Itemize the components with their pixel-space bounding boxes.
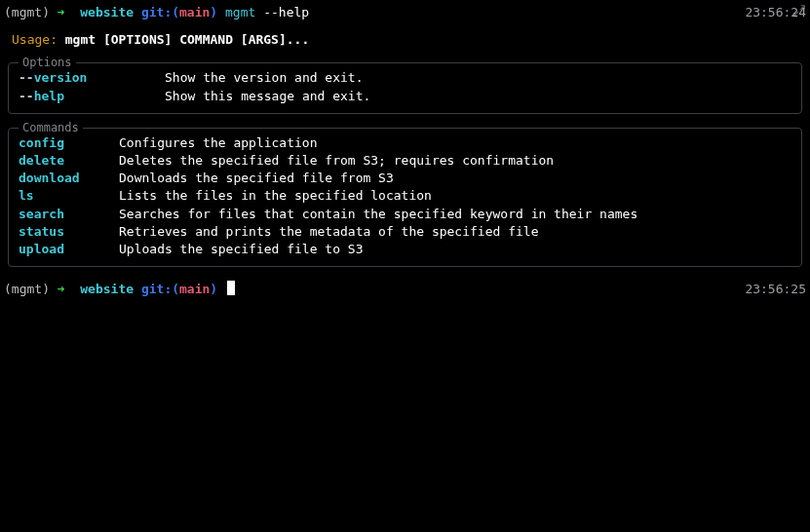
option-description: Show the version and exit. — [165, 69, 364, 87]
git-paren-open: ( — [172, 4, 179, 21]
expand-icon[interactable] — [792, 4, 806, 18]
usage-line: Usage: mgmt [OPTIONS] COMMAND [ARGS]... — [12, 31, 806, 49]
git-paren-close: ) — [210, 281, 225, 298]
option-name: version — [34, 70, 88, 85]
commands-box: Commands configConfigures the applicatio… — [8, 128, 802, 267]
command-name: delete — [19, 152, 119, 170]
option-name: help — [34, 89, 64, 103]
command-row: statusRetrieves and prints the metadata … — [19, 223, 791, 241]
command-description: Deletes the specified file from S3; requ… — [119, 152, 554, 170]
command-row: uploadUploads the specified file to S3 — [19, 241, 791, 258]
command-description: Configures the application — [119, 134, 318, 152]
command-name: ls — [19, 187, 119, 205]
git-paren-open: ( — [172, 281, 179, 298]
command-row: downloadDownloads the specified file fro… — [19, 170, 791, 187]
command-name: status — [19, 223, 119, 241]
venv-label: (mgmt) — [4, 281, 58, 298]
option-description: Show this message and exit. — [165, 88, 370, 105]
command-name: mgmt — [225, 4, 263, 21]
cwd-label: website — [80, 4, 141, 21]
git-branch: main — [179, 4, 210, 21]
command-description: Retrieves and prints the metadata of the… — [119, 223, 538, 241]
command-description: Lists the files in the specified locatio… — [119, 187, 432, 205]
command-row: lsLists the files in the specified locat… — [19, 187, 791, 205]
venv-label: (mgmt) — [4, 4, 58, 21]
command-name: download — [19, 170, 119, 187]
prompt-arrow-icon: ➜ — [58, 281, 80, 298]
prompt-arrow-icon: ➜ — [58, 4, 80, 21]
command-description: Uploads the specified file to S3 — [119, 241, 363, 258]
command-arg: --help — [263, 4, 309, 21]
options-box-title: Options — [19, 55, 76, 71]
cursor[interactable] — [227, 281, 235, 295]
command-row: searchSearches for files that contain th… — [19, 206, 791, 223]
git-branch: main — [179, 281, 210, 298]
git-label: git: — [141, 281, 172, 298]
command-row: deleteDeletes the specified file from S3… — [19, 152, 791, 170]
command-name: config — [19, 134, 119, 152]
option-row: --helpShow this message and exit. — [19, 88, 791, 105]
git-paren-close: ) — [210, 4, 225, 21]
option-row: --versionShow the version and exit. — [19, 69, 791, 87]
usage-text: mgmt [OPTIONS] COMMAND [ARGS]... — [65, 32, 309, 47]
prompt-line-2: (mgmt) ➜ website git: ( main ) 23:56:25 — [4, 281, 806, 298]
option-dashes: -- — [19, 89, 34, 103]
option-dashes: -- — [19, 70, 34, 85]
options-box: Options --versionShow the version and ex… — [8, 62, 802, 113]
cwd-label: website — [80, 281, 141, 298]
command-description: Searches for files that contain the spec… — [119, 206, 637, 223]
usage-label: Usage: — [12, 32, 65, 47]
timestamp: 23:56:25 — [745, 281, 806, 298]
command-description: Downloads the specified file from S3 — [119, 170, 394, 187]
prompt-line-1: (mgmt) ➜ website git: ( main ) mgmt --he… — [4, 4, 806, 21]
command-name: search — [19, 206, 119, 223]
git-label: git: — [141, 4, 172, 21]
command-row: configConfigures the application — [19, 134, 791, 152]
command-name: upload — [19, 241, 119, 258]
commands-box-title: Commands — [19, 120, 83, 136]
